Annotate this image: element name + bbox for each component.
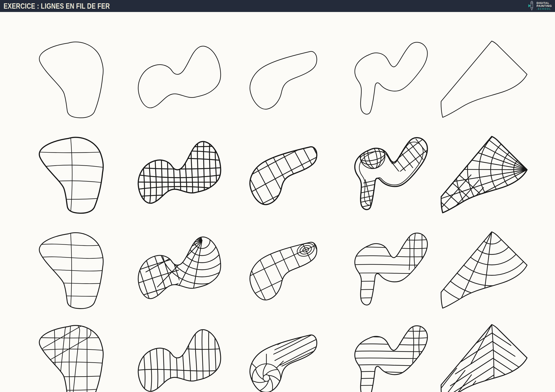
logo-text: DIGITAL PAINTING .SCHOOL <box>537 1 552 10</box>
bean-outline <box>250 51 317 109</box>
sail-outline <box>441 325 527 392</box>
figure-r1c3-bean-outline <box>247 26 358 119</box>
pear-outline <box>39 325 103 392</box>
header-bar: EXERCICE : LIGNES EN FIL DE FER DIGITAL … <box>0 0 555 12</box>
figure-r3c1-pear-wavy-contours <box>24 216 135 310</box>
figure-r4c2-peanut-wavy-verticals <box>135 309 246 392</box>
sshape-outline <box>355 138 427 210</box>
figure-r4c3-bean-spiral-grid <box>247 309 358 392</box>
figure-r1c2-peanut-outline <box>135 26 246 119</box>
sail-outline <box>441 41 527 117</box>
figure-r1c1-pear-outline <box>24 26 135 119</box>
pencil-icon <box>528 1 535 11</box>
sshape-outline <box>355 233 427 305</box>
figure-r1c5-sail-outline <box>441 26 552 119</box>
worksheet-canvas <box>0 12 555 392</box>
peanut-outline <box>138 46 221 108</box>
page-title: EXERCICE : LIGNES EN FIL DE FER <box>4 1 110 10</box>
logo-line-painting: PAINTING <box>537 4 552 7</box>
figure-r2c2-peanut-dense-grid <box>135 121 246 214</box>
sshape-outline <box>355 326 427 392</box>
figure-r3c5-sail-cone-web <box>441 216 552 310</box>
logo-line-school: .SCHOOL <box>537 7 552 10</box>
figure-r2c3-bean-diagonal-grid <box>247 121 358 214</box>
sshape-outline <box>355 42 427 114</box>
figure-r3c2-peanut-globe-grid <box>135 216 246 310</box>
school-logo: DIGITAL PAINTING .SCHOOL <box>528 1 552 11</box>
peanut-outline <box>138 237 221 299</box>
figure-r2c1-pear-sparse-grid <box>24 121 135 214</box>
figure-r4c5-sail-herringbone <box>441 309 552 392</box>
figure-r3c3-bean-contour-rings <box>247 216 358 310</box>
figure-r4c1-pear-tube-volumes <box>24 309 135 392</box>
figure-r2c5-sail-fan-grid <box>441 121 552 214</box>
pear-outline <box>39 42 103 118</box>
